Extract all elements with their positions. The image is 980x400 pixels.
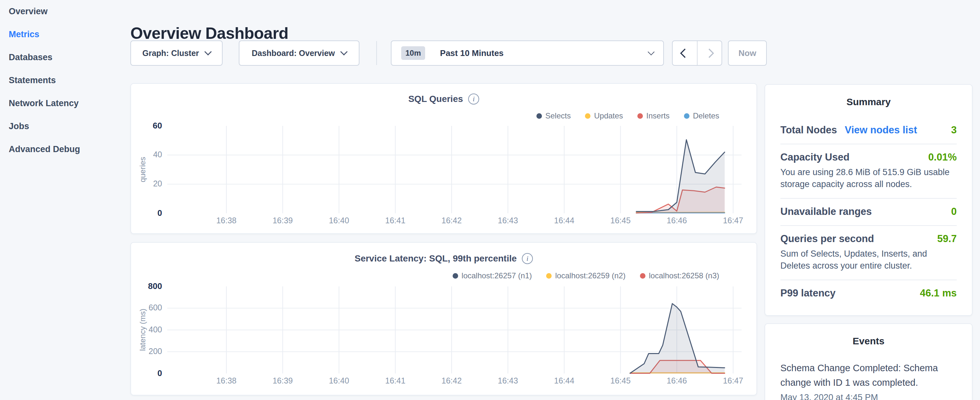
sidebar-item-advanced-debug[interactable]: Advanced Debug [0, 138, 129, 161]
x-tick-label: 16:42 [429, 216, 474, 225]
chart-title: Service Latency: SQL, 99th percentile [355, 253, 517, 264]
y-tick-label: 0 [131, 368, 162, 378]
events-panel: Events Schema Change Completed: Schema c… [765, 323, 972, 400]
unavailable-ranges-label: Unavailable ranges [780, 206, 872, 217]
x-tick-label: 16:38 [204, 216, 249, 225]
legend-label: Deletes [693, 112, 719, 120]
legend-label: Selects [546, 112, 571, 120]
step-forward-button[interactable] [698, 41, 722, 65]
x-tick-label: 16:39 [260, 216, 305, 225]
legend-label: localhost:26258 (n3) [649, 271, 719, 280]
x-tick-label: 16:45 [598, 376, 643, 386]
legend-dot-icon [453, 273, 458, 279]
summary-row-total-nodes: Total Nodes View nodes list 3 [780, 124, 957, 136]
summary-row-p99: P99 latency 46.1 ms [780, 287, 957, 299]
legend-item[interactable]: localhost:26257 (n1) [453, 271, 532, 280]
chart-legend: localhost:26257 (n1)localhost:26259 (n2)… [453, 271, 719, 280]
x-tick-label: 16:43 [485, 376, 531, 386]
y-axis-label: queries [138, 131, 148, 209]
summary-panel: Summary Total Nodes View nodes list 3 Ca… [765, 84, 972, 316]
x-tick-label: 16:47 [711, 376, 756, 386]
x-tick-label: 16:40 [317, 216, 362, 225]
events-title: Events [780, 336, 957, 347]
divider [780, 198, 957, 199]
legend-dot-icon [684, 113, 689, 119]
y-tick-label: 600 [131, 303, 162, 312]
x-tick-label: 16:44 [542, 216, 587, 225]
y-tick-label: 400 [131, 325, 162, 334]
p99-latency-label: P99 latency [780, 287, 836, 299]
controls-divider [376, 41, 377, 65]
legend-item[interactable]: localhost:26258 (n3) [640, 271, 719, 280]
time-range-label: Past 10 Minutes [440, 48, 504, 58]
total-nodes-value: 3 [951, 124, 957, 136]
x-tick-label: 16:47 [711, 216, 756, 225]
sidebar-item-jobs[interactable]: Jobs [0, 115, 129, 138]
x-tick-label: 16:41 [373, 216, 418, 225]
sidebar-item-statements[interactable]: Statements [0, 69, 129, 92]
legend-dot-icon [637, 113, 643, 119]
legend-item[interactable]: localhost:26259 (n2) [546, 271, 625, 280]
chevron-down-icon [648, 48, 654, 55]
info-icon[interactable]: i [468, 94, 479, 105]
graph-dropdown[interactable]: Graph: Cluster [130, 40, 223, 66]
x-tick-label: 16:45 [598, 216, 643, 225]
y-tick-label: 800 [131, 281, 162, 291]
legend-dot-icon [546, 273, 552, 279]
chart-plot[interactable] [167, 287, 741, 375]
event-timestamp: May 13, 2020 at 4:45 PM [780, 392, 957, 400]
sidebar-item-databases[interactable]: Databases [0, 46, 129, 69]
qps-value: 59.7 [937, 233, 957, 245]
x-tick-label: 16:43 [485, 216, 531, 225]
legend-label: Inserts [646, 112, 670, 120]
legend-dot-icon [536, 113, 542, 119]
x-tick-label: 16:44 [542, 376, 587, 386]
chevron-left-icon [680, 48, 689, 58]
page-title: Overview Dashboard [130, 24, 288, 43]
legend-label: localhost:26259 (n2) [555, 271, 625, 280]
capacity-label: Capacity Used [780, 151, 850, 163]
y-tick-label: 40 [131, 150, 162, 159]
chevron-down-icon [340, 48, 348, 56]
unavailable-ranges-value: 0 [951, 206, 957, 217]
step-back-button[interactable] [673, 41, 698, 65]
chart-title: SQL Queries [408, 94, 463, 104]
sidebar-item-network-latency[interactable]: Network Latency [0, 92, 129, 115]
event-list-item[interactable]: Schema Change Completed: Schema change w… [780, 361, 957, 400]
summary-row-qps: Queries per second 59.7 Sum of Selects, … [780, 233, 957, 272]
legend-dot-icon [585, 113, 590, 119]
legend-item[interactable]: Deletes [684, 112, 719, 120]
chevron-down-icon [204, 48, 212, 56]
time-step-buttons [672, 40, 722, 66]
x-tick-label: 16:40 [317, 376, 362, 386]
legend-item[interactable]: Selects [536, 112, 571, 120]
x-tick-label: 16:42 [429, 376, 474, 386]
legend-label: localhost:26257 (n1) [462, 271, 532, 280]
y-tick-label: 200 [131, 347, 162, 356]
sidebar-item-overview[interactable]: Overview [0, 0, 129, 23]
chart-plot[interactable] [167, 126, 741, 215]
x-tick-label: 16:46 [654, 376, 700, 386]
legend-item[interactable]: Inserts [637, 112, 670, 120]
capacity-description: You are using 28.6 MiB of 515.9 GiB usab… [780, 166, 957, 190]
event-text: Schema Change Completed: Schema change w… [780, 361, 957, 390]
chevron-right-icon [705, 48, 714, 58]
dashboard-dropdown-label: Dashboard: Overview [252, 49, 335, 58]
qps-label: Queries per second [780, 233, 874, 245]
graph-dropdown-label: Graph: Cluster [142, 49, 199, 58]
capacity-value: 0.01% [928, 151, 957, 163]
time-range-dropdown[interactable]: 10m Past 10 Minutes [391, 40, 664, 66]
summary-title: Summary [780, 96, 957, 107]
divider [780, 225, 957, 226]
legend-item[interactable]: Updates [585, 112, 623, 120]
info-icon[interactable]: i [522, 253, 533, 264]
view-nodes-list-link[interactable]: View nodes list [845, 124, 917, 136]
y-tick-label: 60 [131, 121, 162, 131]
dashboard-dropdown[interactable]: Dashboard: Overview [239, 40, 360, 66]
divider [780, 280, 957, 280]
now-button[interactable]: Now [728, 40, 767, 66]
sidebar-item-metrics[interactable]: Metrics [0, 23, 129, 46]
x-tick-label: 16:46 [654, 216, 700, 225]
chart-legend: SelectsUpdatesInsertsDeletes [536, 112, 719, 120]
y-tick-label: 0 [131, 208, 162, 218]
